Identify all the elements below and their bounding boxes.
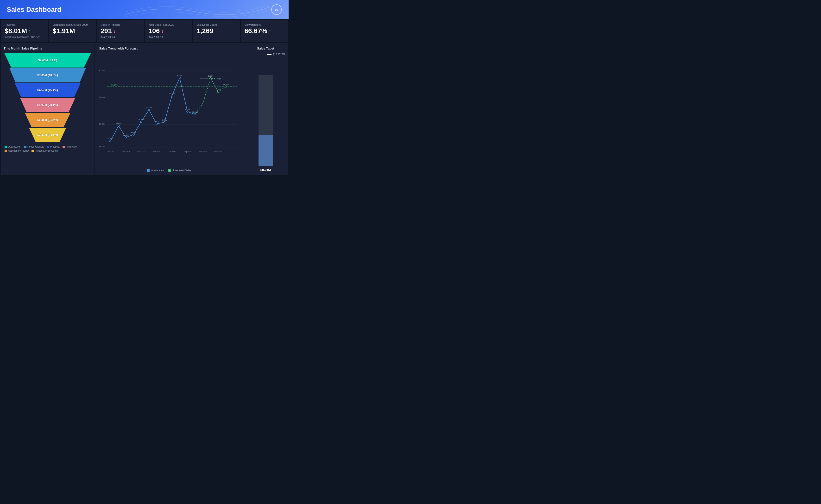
funnel-seg-4: $6.38M (21.5%) <box>25 113 70 127</box>
svg-text:$0.1M: $0.1M <box>99 145 105 148</box>
kpi-deals-label: Deals in Pipeline <box>100 23 140 26</box>
revenue-arrow: ↑ <box>28 28 31 34</box>
legend-negotiation: Negotiation/Review <box>5 149 29 152</box>
kpi-expected-value: $1.91M <box>53 27 92 35</box>
svg-text:$0.49M: $0.49M <box>138 118 144 120</box>
legend-qualification: Qualification <box>5 145 21 148</box>
svg-point-21 <box>110 140 111 142</box>
svg-text:$1.26M: $1.26M <box>208 75 213 77</box>
svg-point-26 <box>148 109 150 111</box>
kpi-lost-label: Lost Deals Count <box>196 23 236 26</box>
legend-dot-negotiation <box>5 150 7 152</box>
svg-text:Apr 2020: Apr 2020 <box>153 151 160 153</box>
kpi-won-deals: Won Deals: Sep 2020 106 ↓ Aug 2020: 198 <box>145 20 192 42</box>
svg-point-33 <box>210 77 212 79</box>
target-bar-container: $8.01M <box>246 57 285 172</box>
svg-text:Dec 2019: Dec 2019 <box>122 151 130 153</box>
main-content: This Month Sales Pipeline $2.43M (8.2%) … <box>0 43 288 176</box>
funnel-seg-3: $5.97M (20.1%) <box>20 98 75 112</box>
chart-area: $1.3M $0.9M $0.5M $0.1M $1.00M Threshold… <box>99 53 239 168</box>
svg-point-28 <box>163 121 165 123</box>
funnel-title: This Month Sales Pipeline <box>4 47 92 50</box>
legend-dot-prospect <box>47 146 49 148</box>
svg-point-22 <box>118 125 119 127</box>
funnel-panel: This Month Sales Pipeline $2.43M (8.2%) … <box>1 43 94 175</box>
svg-text:$0.65M: $0.65M <box>185 108 190 110</box>
kpi-revenue: Revenue $8.01M ↑ % Diff from Last Month … <box>1 20 48 42</box>
legend-dot-proposal <box>31 150 34 152</box>
svg-text:Dec 2020: Dec 2020 <box>214 151 222 153</box>
chart-legend: ✓ Won Amount ✓ Forecasted Sales <box>99 169 239 172</box>
svg-text:$0.91M: $0.91M <box>169 93 175 94</box>
header: Sales Dashboard ∞ <box>0 0 288 19</box>
legend-check-forecast: ✓ <box>168 169 171 172</box>
svg-point-29 <box>171 95 173 96</box>
legend-dot-needs-analysis <box>24 146 26 148</box>
kpi-revenue-value: $8.01M ↑ <box>5 27 44 35</box>
legend-forecast-sales: ✓ Forecasted Sales <box>168 169 191 172</box>
target-title: Sales Taget <box>257 47 274 50</box>
target-panel: Sales Taget $23.8827M $8.01M <box>243 43 288 175</box>
legend-prospect: Prospect <box>47 145 59 148</box>
kpi-revenue-label: Revenue <box>5 23 44 26</box>
target-goal-line <box>258 75 273 75</box>
svg-text:$0.45M: $0.45M <box>162 119 167 121</box>
target-bar-track <box>258 75 273 166</box>
kpi-row: Revenue $8.01M ↑ % Diff from Last Month … <box>0 19 288 43</box>
target-bar-fill <box>258 135 273 166</box>
chart-title: Sales Trend with Forecast <box>99 47 239 50</box>
svg-point-31 <box>187 111 188 112</box>
svg-text:$0.22M: $0.22M <box>123 134 129 136</box>
kpi-lost-deals: Lost Deals Count 1,269 <box>193 20 240 42</box>
kpi-expected-revenue: Exepcted Revenue: Sep 2020 $1.91M <box>49 20 96 42</box>
line-chart-svg: $1.3M $0.9M $0.5M $0.1M $1.00M Threshold… <box>99 53 239 168</box>
svg-text:$0.61M: $0.61M <box>192 111 198 113</box>
deals-arrow: ↓ <box>113 28 116 34</box>
svg-point-23 <box>125 137 127 138</box>
funnel-container: $2.43M (8.2%) $3.05M (10.3%) $4.57M (15.… <box>4 53 92 142</box>
kpi-deals-sub: Aug 2020: 445 <box>100 36 140 38</box>
target-goal-label: $23.8827M <box>273 53 285 56</box>
target-line-icon <box>267 54 271 55</box>
legend-won-amount: ✓ Won Amount <box>147 169 164 172</box>
svg-text:$1.00M: $1.00M <box>111 84 118 86</box>
header-logo: ∞ <box>271 4 282 15</box>
legend-dot-initial-offer <box>62 146 65 148</box>
kpi-deals-pipeline: Deals in Pipeline 291 ↓ Aug 2020: 445 <box>97 20 144 42</box>
funnel-seg-0: $2.43M (8.2%) <box>4 53 91 68</box>
kpi-expected-label: Exepcted Revenue: Sep 2020 <box>53 23 92 26</box>
funnel-seg-1: $3.05M (10.3%) <box>9 68 86 82</box>
legend-dot-qualification <box>5 146 7 148</box>
funnel-legend: Qualification Needs Analysis Prospect In… <box>4 145 92 152</box>
svg-text:$0.9M: $0.9M <box>99 96 105 99</box>
svg-point-32 <box>194 114 196 115</box>
legend-needs-analysis: Needs Analysis <box>24 145 44 148</box>
target-current-value: $8.01M <box>260 168 271 172</box>
legend-check-won: ✓ <box>147 169 150 172</box>
kpi-conversion: Conversion % 66.67% ↑ <box>241 20 288 42</box>
svg-text:$0.41M: $0.41M <box>116 123 121 124</box>
funnel-seg-2: $4.57M (15.4%) <box>15 83 81 97</box>
svg-point-27 <box>156 123 157 125</box>
kpi-lost-value: 1,269 <box>196 27 236 35</box>
svg-text:Oct 2020: Oct 2020 <box>199 151 206 153</box>
svg-text:$0.42M: $0.42M <box>154 121 159 123</box>
chart-panel: Sales Trend with Forecast $1.3M $0.9M $0… <box>95 43 243 175</box>
svg-point-30 <box>179 77 181 79</box>
kpi-deals-value: 291 ↓ <box>100 27 140 35</box>
svg-text:Threshold:: Threshold: <box>200 77 208 80</box>
legend-proposal: Proposal/Price Quote <box>31 149 58 152</box>
svg-text:$0.5M: $0.5M <box>99 123 105 125</box>
svg-text:$1.10M: $1.10M <box>223 83 229 85</box>
funnel-seg-5: $7.31M (24.6%) <box>29 128 66 142</box>
svg-point-24 <box>133 134 134 135</box>
svg-text:$1.02M: $1.02M <box>215 89 221 90</box>
kpi-conversion-value: 66.67% ↑ <box>244 27 284 35</box>
svg-text:Jun 2020: Jun 2020 <box>168 151 176 153</box>
svg-text:$0.18M: $0.18M <box>108 138 113 140</box>
svg-text:Aug 2020: Aug 2020 <box>183 151 191 153</box>
svg-text:$0.26M: $0.26M <box>131 131 136 133</box>
conversion-arrow: ↑ <box>269 28 271 34</box>
svg-point-34 <box>217 91 219 93</box>
svg-text:Feb 2020: Feb 2020 <box>137 151 145 153</box>
